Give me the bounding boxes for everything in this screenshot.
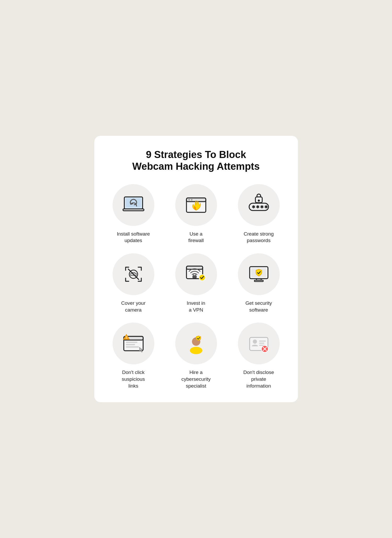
- svg-point-9: [258, 200, 260, 202]
- label-suspicious-links: Don't clicksuspiciouslinks: [122, 369, 145, 389]
- svg-point-34: [253, 340, 257, 344]
- svg-text:✱: ✱: [252, 205, 255, 209]
- label-cover-camera: Cover yourcamera: [121, 300, 145, 313]
- svg-rect-29: [126, 344, 135, 345]
- vpn-icon: [184, 262, 208, 286]
- icon-private-information-circle: [238, 323, 280, 364]
- cover-camera-icon: [122, 262, 145, 286]
- svg-text:✱: ✱: [264, 205, 268, 209]
- item-vpn: Invest ina VPN: [167, 253, 225, 313]
- svg-point-31: [190, 347, 202, 354]
- label-strong-passwords: Create strongpasswords: [244, 231, 274, 244]
- strategies-grid: Install softwareupdates Use afirewall: [105, 184, 288, 389]
- icon-software-updates-circle: [113, 184, 154, 226]
- svg-rect-2: [123, 209, 144, 211]
- item-cybersecurity-specialist: Hire acybersecurityspecialist: [167, 323, 225, 389]
- strong-passwords-icon: ✱ ✱ ✱ ✱: [247, 193, 271, 217]
- icon-cover-camera-circle: [113, 253, 154, 295]
- label-firewall: Use afirewall: [188, 231, 204, 244]
- svg-text:✱: ✱: [260, 205, 264, 209]
- icon-vpn-circle: [175, 253, 217, 295]
- svg-rect-24: [254, 280, 263, 282]
- item-firewall: Use afirewall: [167, 184, 225, 244]
- icon-cybersecurity-specialist-circle: [175, 323, 217, 364]
- item-suspicious-links: ! Don't clicksuspiciouslinks: [105, 323, 162, 389]
- item-strong-passwords: ✱ ✱ ✱ ✱ Create strongpasswords: [230, 184, 288, 244]
- label-vpn: Invest ina VPN: [187, 300, 205, 313]
- svg-text:!: !: [126, 336, 127, 340]
- label-software-updates: Install softwareupdates: [117, 231, 150, 244]
- svg-point-6: [191, 199, 192, 201]
- label-private-information: Don't discloseprivateinformation: [243, 369, 274, 389]
- main-card: 9 Strategies To BlockWebcam Hacking Atte…: [94, 136, 298, 402]
- item-software-updates: Install softwareupdates: [105, 184, 162, 244]
- icon-strong-passwords-circle: ✱ ✱ ✱ ✱: [238, 184, 280, 226]
- icon-security-software-circle: [238, 253, 280, 295]
- item-security-software: Get securitysoftware: [230, 253, 288, 313]
- cybersecurity-specialist-icon: [184, 332, 208, 355]
- firewall-icon: [184, 193, 208, 217]
- svg-rect-30: [126, 346, 139, 348]
- svg-rect-28: [126, 342, 137, 343]
- svg-rect-36: [259, 343, 264, 344]
- svg-point-5: [188, 199, 190, 201]
- label-security-software: Get securitysoftware: [245, 300, 272, 313]
- item-cover-camera: Cover yourcamera: [105, 253, 162, 313]
- page-title: 9 Strategies To BlockWebcam Hacking Atte…: [105, 149, 288, 173]
- software-updates-icon: [122, 193, 145, 217]
- item-private-information: Don't discloseprivateinformation: [230, 323, 288, 389]
- icon-firewall-circle: [175, 184, 217, 226]
- svg-rect-19: [193, 276, 196, 278]
- suspicious-links-icon: !: [122, 332, 145, 355]
- security-software-icon: [247, 262, 271, 286]
- label-cybersecurity-specialist: Hire acybersecurityspecialist: [182, 369, 211, 389]
- icon-suspicious-links-circle: !: [113, 323, 154, 364]
- svg-text:✱: ✱: [256, 205, 260, 209]
- svg-rect-35: [259, 341, 266, 342]
- private-information-icon: [247, 332, 271, 355]
